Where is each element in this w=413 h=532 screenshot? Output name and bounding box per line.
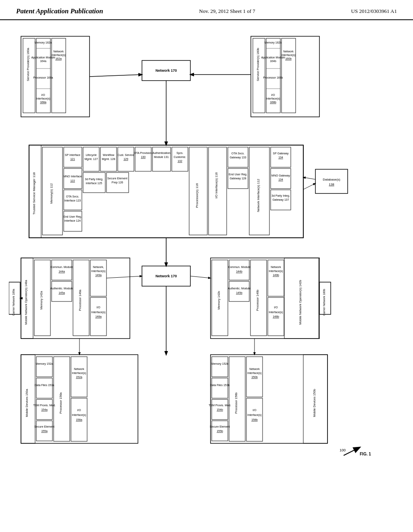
svg-text:154b: 154b <box>217 408 223 411</box>
svg-text:Customiz.: Customiz. <box>173 156 186 158</box>
svg-text:MNO Gateway: MNO Gateway <box>271 174 290 177</box>
svg-text:Network: Network <box>74 368 84 370</box>
svg-text:Interface(s): Interface(s) <box>91 270 105 273</box>
svg-rect-29 <box>282 38 296 113</box>
svg-text:Authentic. Module: Authentic. Module <box>228 287 250 290</box>
svg-text:interface 124: interface 124 <box>65 219 81 222</box>
svg-text:164b: 164b <box>270 60 276 62</box>
svg-text:Mobile Devices 150a: Mobile Devices 150a <box>25 389 29 417</box>
service-provider-a: Service Provider(s) 160a Memory 162a App… <box>21 36 90 117</box>
svg-rect-166 <box>36 357 52 377</box>
svg-text:158a: 158a <box>76 418 82 421</box>
svg-rect-70 <box>152 147 171 171</box>
svg-line-211 <box>344 447 360 455</box>
svg-text:I/O Interface(s) 116: I/O Interface(s) 116 <box>215 172 218 199</box>
svg-rect-18 <box>251 36 319 117</box>
svg-text:Interface(s): Interface(s) <box>266 97 280 100</box>
svg-text:End User Reg.: End User Reg. <box>63 215 82 218</box>
svg-text:interface 125: interface 125 <box>86 182 102 185</box>
svg-text:Module 131: Module 131 <box>154 156 169 158</box>
svg-text:122: 122 <box>70 179 75 182</box>
svg-text:Memory 142a: Memory 142a <box>40 291 43 310</box>
svg-text:TSM Provis. Mod.: TSM Provis. Mod. <box>209 404 231 407</box>
svg-text:OTA Svcs.: OTA Svcs. <box>66 195 79 198</box>
publication-date-sheet: Nov. 29, 2012 Sheet 1 of 7 <box>199 7 255 15</box>
svg-text:Interface(s): Interface(s) <box>36 97 50 100</box>
svg-text:Data Files 153b: Data Files 153b <box>210 384 229 387</box>
svg-text:100: 100 <box>340 448 346 452</box>
mobile-devices-a: Mobile Devices 150a Memory 152a Data Fil… <box>21 355 138 443</box>
svg-text:Interface(s): Interface(s) <box>72 414 86 417</box>
svg-rect-0 <box>21 36 90 117</box>
svg-text:158b: 158b <box>251 418 258 421</box>
svg-text:Mgmt. 127: Mgmt. 127 <box>84 158 98 161</box>
svg-text:155b: 155b <box>217 430 223 432</box>
svg-text:Interface(s): Interface(s) <box>281 54 295 57</box>
svg-text:148a: 148a <box>95 315 102 318</box>
svg-rect-104 <box>315 169 348 193</box>
mno-b: Memory 142b Commun. Module 144b Authenti… <box>211 258 319 339</box>
svg-rect-49 <box>64 168 82 189</box>
svg-text:I/O: I/O <box>77 409 81 411</box>
svg-text:134: 134 <box>278 156 283 159</box>
svg-text:Gateway 128: Gateway 128 <box>229 177 246 180</box>
svg-text:149b: 149b <box>273 274 279 276</box>
svg-text:Memory 152b: Memory 152b <box>211 362 229 366</box>
svg-line-107 <box>303 183 315 189</box>
svg-text:152a: 152a <box>76 376 82 378</box>
svg-rect-73 <box>172 147 188 171</box>
svg-text:Network,: Network, <box>93 266 104 268</box>
svg-line-160 <box>106 276 142 278</box>
svg-text:Commun. Module: Commun. Module <box>228 266 250 268</box>
page-header: Patent Application Publication Nov. 29, … <box>0 0 413 20</box>
svg-text:150b: 150b <box>251 376 258 378</box>
svg-text:Secure Element: Secure Element <box>107 177 127 180</box>
svg-text:SP Gateway: SP Gateway <box>273 152 289 155</box>
svg-text:End User Reg.: End User Reg. <box>229 173 247 176</box>
svg-text:Workflow: Workflow <box>103 154 115 156</box>
svg-text:OTA Provision.: OTA Provision. <box>134 152 152 154</box>
svg-text:168a: 168a <box>40 101 46 104</box>
svg-text:168b: 168b <box>270 101 276 104</box>
svg-text:Memory 142b: Memory 142b <box>217 291 221 310</box>
svg-text:144a: 144a <box>58 270 65 273</box>
svg-text:Secure Element: Secure Element <box>210 425 230 428</box>
svg-text:Service Provider(s) 160a: Service Provider(s) 160a <box>26 48 30 81</box>
svg-text:132: 132 <box>177 160 182 162</box>
svg-text:Carrier Network 189a: Carrier Network 189a <box>12 289 15 316</box>
svg-text:Processor(s) 116: Processor(s) 116 <box>195 183 199 208</box>
svg-text:Processor 146b: Processor 146b <box>256 290 259 311</box>
svg-text:Network: Network <box>53 50 64 53</box>
svg-text:Processor 156a: Processor 156a <box>59 392 63 414</box>
svg-rect-191 <box>212 378 228 398</box>
svg-text:FIG. 1: FIG. 1 <box>360 452 371 456</box>
svg-text:3d Party Integ.: 3d Party Integ. <box>85 178 103 181</box>
svg-text:OTA Svcs.: OTA Svcs. <box>232 152 245 155</box>
svg-text:Network: Network <box>271 266 281 268</box>
svg-text:Prep 126: Prep 126 <box>112 181 123 184</box>
svg-text:Interface 123: Interface 123 <box>65 199 81 202</box>
svg-text:Data Files 153a: Data Files 153a <box>34 384 54 387</box>
svg-text:Interface(s): Interface(s) <box>269 311 283 314</box>
svg-text:Authentication: Authentication <box>152 152 170 154</box>
svg-text:Mobile Network Operator(s) 142: Mobile Network Operator(s) 142b <box>298 280 302 325</box>
svg-text:129: 129 <box>123 158 128 160</box>
svg-text:130: 130 <box>141 156 146 158</box>
svg-text:Carrier Network 180b: Carrier Network 180b <box>323 289 325 316</box>
svg-text:148b: 148b <box>273 315 279 318</box>
svg-text:I/O: I/O <box>41 94 45 96</box>
svg-text:3d Party Integ.: 3d Party Integ. <box>271 194 290 197</box>
svg-text:Memory 162a: Memory 162a <box>35 41 52 44</box>
diagram-area: Service Provider(s) 160a Memory 162a App… <box>0 20 413 524</box>
svg-text:145b: 145b <box>236 291 242 294</box>
svg-text:Network 170: Network 170 <box>155 274 177 278</box>
svg-text:Processor 156b: Processor 156b <box>234 393 238 414</box>
svg-text:162a: 162a <box>55 57 62 60</box>
svg-text:Commun. Module: Commun. Module <box>50 266 73 268</box>
svg-text:Interface(s): Interface(s) <box>269 270 283 273</box>
svg-text:Processor 146a: Processor 146a <box>78 289 82 311</box>
service-provider-b: Service Provider(s) 160b Memory 162b App… <box>251 36 319 117</box>
svg-text:Mobile Devices 150b: Mobile Devices 150b <box>313 389 316 417</box>
svg-text:154a: 154a <box>41 408 48 411</box>
svg-text:Network Interface(s) 112: Network Interface(s) 112 <box>257 179 260 212</box>
